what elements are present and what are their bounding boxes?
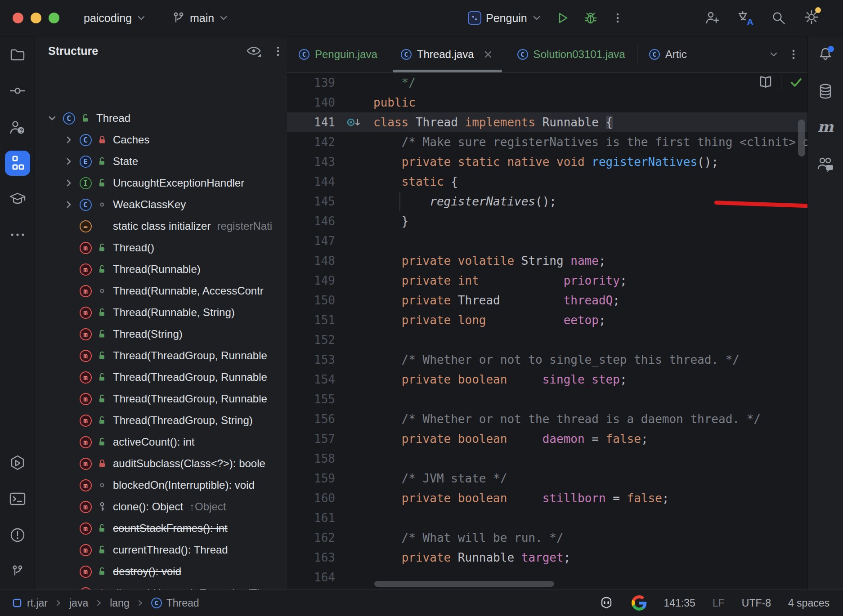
indent-setting[interactable]: 4 spaces [788,597,830,609]
line-number[interactable]: 147 [287,234,335,248]
chevron-right-icon[interactable] [61,129,77,151]
terminal-icon[interactable] [5,487,30,512]
structure-item[interactable]: mThread(String) [35,323,287,345]
translate-icon[interactable]: A [736,9,754,27]
chevron-down-icon[interactable] [44,107,60,129]
structure-item[interactable]: mclone(): Object↑Object [35,496,287,518]
tab-solution03101-java[interactable]: CSolution03101.java [506,36,637,72]
line-number[interactable]: 139 [287,76,335,89]
line-number[interactable]: 162 [287,531,335,545]
line-number[interactable]: 159 [287,472,335,485]
project-folder-icon[interactable] [5,42,30,67]
line-number[interactable]: 145 [287,195,335,208]
line-number[interactable]: 161 [287,511,335,525]
zoom-window-button[interactable] [49,13,59,23]
commit-icon[interactable] [5,78,30,103]
run-button[interactable] [555,11,569,25]
code-line-152[interactable]: 152 [287,330,807,350]
structure-item[interactable]: mThread(Runnable, String) [35,302,287,323]
code-line-159[interactable]: 159 /* JVM state */ [287,469,807,488]
code-line-147[interactable]: 147 [287,231,807,251]
line-number[interactable]: 158 [287,452,335,465]
code-line-149[interactable]: 149 private int priority; [287,271,807,290]
structure-item[interactable]: =static class initializerregisterNati [35,215,287,237]
add-user-icon[interactable] [704,10,720,26]
line-number[interactable]: 155 [287,393,335,406]
line-number[interactable]: 160 [287,491,335,505]
structure-item[interactable]: mThread(ThreadGroup, Runnable [35,388,287,410]
tab-thread-java[interactable]: CThread.java [389,36,506,72]
line-number[interactable]: 164 [287,571,335,584]
code-editor[interactable]: 139 */140public141class Thread implement… [287,73,807,589]
code-line-158[interactable]: 158 [287,449,807,469]
code-with-me-icon[interactable] [813,152,838,177]
breadcrumb-item[interactable]: java [69,597,88,609]
close-window-button[interactable] [13,13,23,23]
line-number[interactable]: 150 [287,294,335,307]
search-everywhere-icon[interactable] [771,10,787,26]
database-icon[interactable] [813,79,838,104]
close-tab-icon[interactable] [482,49,494,60]
implements-gutter-icon[interactable] [335,116,373,129]
structure-item[interactable]: CCaches [35,129,287,151]
structure-item[interactable]: mThread(Runnable, AccessContr [35,280,287,302]
users-question-icon[interactable]: ? [5,115,30,140]
project-widget[interactable]: paicoding [84,0,146,36]
code-line-148[interactable]: 148 private volatile String name; [287,251,807,271]
google-icon[interactable] [632,595,647,611]
code-line-144[interactable]: 144 static { [287,172,807,192]
more-options-icon[interactable] [269,43,287,60]
chevron-right-icon[interactable] [61,172,77,194]
structure-item[interactable]: IUncaughtExceptionHandler [35,172,287,194]
code-line-153[interactable]: 153 /* Whether or not to single_step thi… [287,350,807,370]
structure-item[interactable]: mThread() [35,237,287,259]
code-line-160[interactable]: 160 private boolean stillborn = false; [287,488,807,508]
tab-options-kebab-icon[interactable] [788,48,799,61]
file-encoding[interactable]: UTF-8 [742,597,771,609]
code-line-141[interactable]: 141class Thread implements Runnable { [287,112,807,132]
vcs-branch-widget[interactable]: main [172,0,229,36]
notifications-bell-icon[interactable] [813,42,838,67]
horizontal-scrollbar[interactable] [374,581,554,587]
line-number[interactable]: 141 [287,116,335,129]
settings-gear-icon[interactable] [803,9,820,27]
line-number[interactable]: 154 [287,373,335,386]
line-separator[interactable]: LF [713,597,725,609]
structure-item[interactable]: CWeakClassKey [35,194,287,215]
code-line-150[interactable]: 150 private Thread threadQ; [287,290,807,310]
line-number[interactable]: 146 [287,214,335,228]
copilot-status-icon[interactable] [598,595,614,611]
git-branch-icon[interactable] [5,558,30,584]
structure-item[interactable]: mactiveCount(): int [35,431,287,453]
code-line-163[interactable]: 163 private Runnable target; [287,548,807,567]
code-line-156[interactable]: 156 /* Whether or not the thread is a da… [287,409,807,429]
breadcrumb-item[interactable]: rt.jar [12,597,48,609]
maven-icon[interactable]: m [813,114,838,139]
line-number[interactable]: 143 [287,155,335,169]
line-number[interactable]: 153 [287,353,335,366]
minimize-window-button[interactable] [31,13,41,23]
more-run-actions-button[interactable] [612,11,623,25]
caret-position[interactable]: 141:35 [664,597,695,609]
structure-icon[interactable] [5,151,30,176]
code-line-151[interactable]: 151 private long eetop; [287,310,807,330]
line-number[interactable]: 152 [287,333,335,347]
code-line-142[interactable]: 142 /* Make sure registerNatives is the … [287,132,807,152]
code-line-155[interactable]: 155 [287,389,807,409]
code-line-146[interactable]: 146 } [287,211,807,231]
tab-list-chevron-icon[interactable] [769,49,779,59]
structure-item[interactable]: EState [35,151,287,172]
run-configuration-selector[interactable]: Penguin [468,11,542,25]
structure-item[interactable]: mdestroy(): void [35,561,287,582]
structure-item[interactable]: mcurrentThread(): Thread [35,539,287,561]
code-line-140[interactable]: 140public [287,93,807,112]
tab-penguin-java[interactable]: CPenguin.java [287,36,389,72]
code-line-157[interactable]: 157 private boolean daemon = false; [287,429,807,449]
view-options-eye-icon[interactable] [246,43,263,60]
vertical-scrollbar[interactable] [798,120,805,156]
more-tools-icon[interactable] [5,222,30,247]
line-number[interactable]: 156 [287,412,335,426]
line-number[interactable]: 157 [287,432,335,446]
code-line-139[interactable]: 139 */ [287,73,807,93]
line-number[interactable]: 149 [287,274,335,287]
